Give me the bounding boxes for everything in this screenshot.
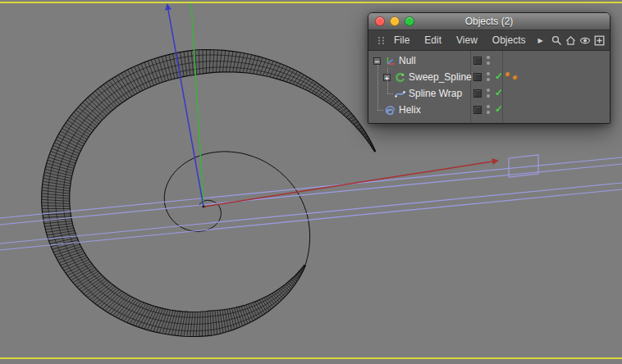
menu-item-view[interactable]: View xyxy=(449,34,485,46)
viewport-border-bottom xyxy=(0,357,622,359)
editor-visibility-dot[interactable] xyxy=(487,105,490,108)
grip-icon[interactable] xyxy=(377,34,385,47)
object-label[interactable]: Sweep_Spline xyxy=(409,71,472,83)
viewport-border-top xyxy=(0,2,622,3)
sweep-icon xyxy=(394,71,405,83)
object-row-helix[interactable]: Helix ✓ xyxy=(368,102,610,118)
enabled-checkbox[interactable]: ✓ xyxy=(495,103,503,115)
window-title: Objects (2) xyxy=(368,16,610,27)
layer-toggle[interactable] xyxy=(473,106,482,114)
tag-dot-icon[interactable] xyxy=(513,75,518,80)
object-row-null[interactable]: − Null xyxy=(368,52,610,69)
expand-expander-icon[interactable]: + xyxy=(383,74,391,81)
menu-item-objects[interactable]: Objects xyxy=(485,34,533,46)
enabled-checkbox[interactable]: ✓ xyxy=(495,71,503,82)
visibility-toggles xyxy=(487,72,490,81)
visibility-toggles xyxy=(487,89,490,98)
object-row-sweep-spline[interactable]: + Sweep_Spline ✓ xyxy=(368,69,610,85)
layer-toggle[interactable] xyxy=(473,89,482,98)
helix-icon xyxy=(384,104,396,116)
render-visibility-dot[interactable] xyxy=(487,111,490,114)
menu-bar: File Edit View Objects ▶ xyxy=(368,30,610,51)
object-label[interactable]: Spline Wrap xyxy=(409,88,462,99)
object-row-spline-wrap[interactable]: Spline Wrap ✓ xyxy=(368,85,610,102)
home-icon[interactable] xyxy=(565,34,576,47)
enabled-checkbox[interactable]: ✓ xyxy=(495,87,503,98)
editor-visibility-dot[interactable] xyxy=(487,89,490,92)
editor-visibility-dot[interactable] xyxy=(487,72,490,75)
menu-item-file[interactable]: File xyxy=(386,34,417,46)
editor-visibility-dot[interactable] xyxy=(487,56,490,59)
search-icon[interactable] xyxy=(551,34,562,47)
panel-titlebar[interactable]: Objects (2) xyxy=(368,13,610,30)
object-label[interactable]: Helix xyxy=(399,104,421,116)
tag-dot-icon[interactable] xyxy=(505,72,510,77)
collapse-expander-icon[interactable]: − xyxy=(373,57,381,65)
visibility-toggles xyxy=(487,105,490,114)
object-tree: − Null + xyxy=(368,51,610,124)
visibility-toggles xyxy=(487,56,490,65)
render-visibility-dot[interactable] xyxy=(487,61,490,65)
render-visibility-dot[interactable] xyxy=(487,94,490,98)
null-axis-icon xyxy=(384,55,396,66)
menu-overflow-arrow[interactable]: ▶ xyxy=(533,37,548,44)
render-visibility-dot[interactable] xyxy=(487,78,490,81)
layer-toggle[interactable] xyxy=(473,73,482,81)
spline-wrap-icon xyxy=(394,88,405,99)
object-label[interactable]: Null xyxy=(399,55,416,66)
object-tags xyxy=(505,72,518,80)
layer-toggle[interactable] xyxy=(473,57,482,65)
object-manager-window: Objects (2) File Edit View Objects ▶ xyxy=(368,12,611,124)
add-object-icon[interactable] xyxy=(594,34,605,47)
eye-icon[interactable] xyxy=(579,34,591,47)
menu-item-edit[interactable]: Edit xyxy=(417,34,449,46)
